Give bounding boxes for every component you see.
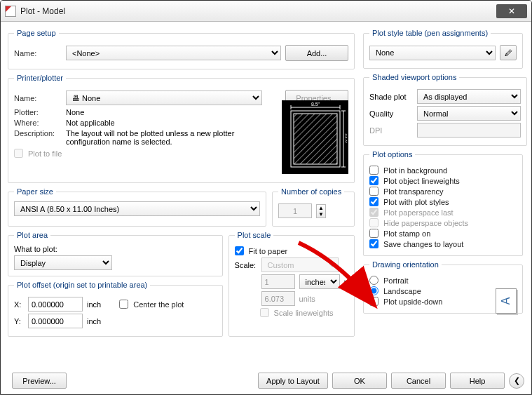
- scale-num1-input: [261, 274, 295, 289]
- plot-style-select[interactable]: None: [369, 46, 496, 60]
- printer-legend: Printer/plotter: [14, 74, 66, 82]
- what-to-plot-label: What to plot:: [14, 245, 217, 253]
- plot-area-group: Plot area What to plot: Display: [8, 231, 223, 276]
- save-changes-checkbox[interactable]: Save changes to layout: [369, 239, 517, 248]
- shaded-legend: Shaded viewport options: [369, 73, 459, 81]
- center-plot-checkbox[interactable]: Center the plot: [119, 300, 184, 309]
- plot-paperspace-last-checkbox: Plot paperspace last: [369, 208, 517, 217]
- plot-styles-checkbox[interactable]: Plot with plot styles: [369, 197, 517, 206]
- plot-offset-legend: Plot offset (origin set to printable are…: [14, 281, 150, 289]
- plot-background-checkbox[interactable]: Plot in background: [369, 166, 517, 175]
- plot-scale-legend: Plot scale: [235, 231, 274, 239]
- help-button[interactable]: Help: [450, 373, 505, 389]
- shade-plot-label: Shade plot: [369, 93, 413, 101]
- svg-rect-2: [294, 114, 337, 164]
- equals-label: =: [344, 278, 348, 286]
- desc-value: The layout will not be plotted unless a …: [66, 129, 273, 146]
- x-unit: inch: [87, 300, 101, 309]
- cancel-button[interactable]: Cancel: [391, 373, 446, 389]
- fit-to-paper-checkbox[interactable]: Fit to paper: [235, 246, 348, 255]
- dpi-input: [417, 123, 521, 138]
- plot-dialog: Plot - Model ✕ Page setup Name: <None> A…: [0, 0, 532, 395]
- title-bar: Plot - Model ✕: [1, 1, 531, 22]
- plot-style-group: Plot style table (pen assignments) None …: [363, 29, 523, 69]
- scale-lineweights-checkbox: Scale lineweights: [260, 308, 348, 317]
- scale-select: Custom: [261, 257, 339, 272]
- page-setup-group: Page setup Name: <None> Add...: [8, 29, 355, 69]
- window-title: Plot - Model: [20, 6, 65, 16]
- plot-offset-group: Plot offset (origin set to printable are…: [8, 281, 223, 337]
- what-to-plot-select[interactable]: Display: [14, 255, 112, 270]
- upside-down-checkbox[interactable]: Plot upside-down: [369, 297, 517, 306]
- shade-plot-select[interactable]: As displayed: [417, 89, 521, 104]
- svg-text:8.5": 8.5": [311, 102, 320, 107]
- shaded-viewport-group: Shaded viewport options Shade plot As di…: [363, 73, 527, 146]
- copies-group: Number of copies ▲▼: [272, 187, 355, 227]
- quality-select[interactable]: Normal: [417, 106, 521, 121]
- landscape-radio[interactable]: Landscape: [369, 286, 517, 295]
- copies-legend: Number of copies: [278, 187, 344, 196]
- scale-num2-input: [261, 291, 295, 306]
- portrait-radio[interactable]: Portrait: [369, 276, 517, 285]
- copies-input: [278, 203, 312, 218]
- copies-spinner: ▲▼: [316, 204, 326, 218]
- hide-paperspace-checkbox: Hide paperspace objects: [369, 218, 517, 227]
- where-value: Not applicable: [66, 119, 115, 127]
- plot-options-group: Plot options Plot in background Plot obj…: [363, 150, 523, 256]
- page-name-label: Name:: [14, 49, 62, 58]
- orientation-legend: Drawing orientation: [369, 260, 442, 269]
- plot-lineweights-checkbox[interactable]: Plot object lineweights: [369, 176, 517, 185]
- orientation-icon: A: [496, 288, 517, 314]
- add-button[interactable]: Add...: [285, 45, 348, 61]
- svg-text:11.0": 11.0": [345, 133, 347, 145]
- page-setup-legend: Page setup: [14, 29, 59, 37]
- y-label: Y:: [14, 317, 24, 326]
- plot-area-legend: Plot area: [14, 231, 50, 239]
- where-label: Where:: [14, 119, 62, 127]
- paper-preview: 8.5" 11.0": [282, 100, 348, 174]
- printer-group: Printer/plotter Name: 🖶 None Properties.…: [8, 74, 355, 183]
- desc-label: Description:: [14, 129, 62, 138]
- close-button[interactable]: ✕: [496, 4, 527, 18]
- page-name-select[interactable]: <None>: [66, 46, 281, 60]
- plot-scale-group: Plot scale Fit to paper Scale: Custom in…: [229, 231, 355, 337]
- paper-size-select[interactable]: ANSI A (8.50 x 11.00 Inches): [14, 201, 260, 216]
- ok-button[interactable]: OK: [332, 373, 387, 389]
- scale-unit2-label: units: [299, 295, 315, 303]
- plot-stamp-checkbox[interactable]: Plot stamp on: [369, 229, 517, 238]
- paper-size-legend: Paper size: [14, 187, 56, 196]
- plot-transparency-checkbox[interactable]: Plot transparency: [369, 187, 517, 196]
- plot-style-edit-button[interactable]: 🖉: [500, 45, 517, 60]
- plot-style-legend: Plot style table (pen assignments): [369, 29, 491, 37]
- client-area: Page setup Name: <None> Add... Printer/p…: [1, 22, 531, 394]
- plot-options-legend: Plot options: [369, 150, 415, 159]
- bottom-bar: Preview... Apply to Layout OK Cancel Hel…: [8, 373, 524, 389]
- apply-button[interactable]: Apply to Layout: [258, 373, 328, 389]
- x-input[interactable]: [28, 297, 83, 312]
- printer-name-label: Name:: [14, 94, 62, 102]
- expand-button[interactable]: ❮: [509, 373, 524, 389]
- quality-label: Quality: [369, 109, 413, 118]
- plotter-label: Plotter:: [14, 108, 62, 116]
- scale-label: Scale:: [235, 261, 257, 269]
- scale-unit1-select[interactable]: inches: [299, 274, 340, 289]
- x-label: X:: [14, 300, 24, 309]
- orientation-group: Drawing orientation Portrait Landscape P…: [363, 260, 523, 314]
- plotter-value: None: [66, 108, 84, 116]
- y-unit: inch: [87, 317, 101, 326]
- paper-size-group: Paper size ANSI A (8.50 x 11.00 Inches): [8, 187, 266, 227]
- printer-name-select[interactable]: 🖶 None: [66, 91, 262, 105]
- preview-button[interactable]: Preview...: [12, 373, 67, 389]
- dpi-label: DPI: [369, 126, 413, 135]
- y-input[interactable]: [28, 314, 83, 328]
- autocad-icon: [5, 6, 16, 17]
